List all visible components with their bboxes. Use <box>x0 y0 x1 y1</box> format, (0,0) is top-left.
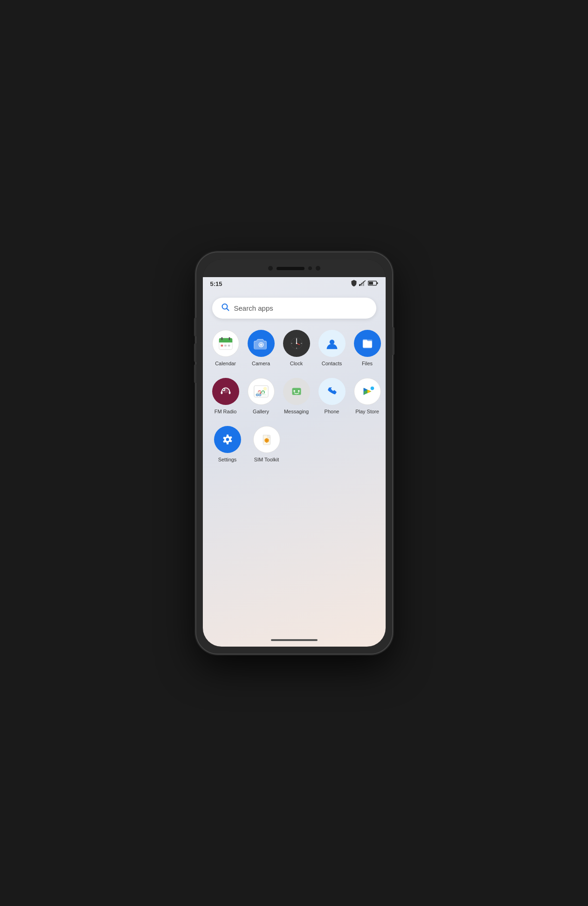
svg-point-29 <box>329 340 334 344</box>
svg-rect-13 <box>228 337 230 341</box>
app-phone[interactable]: Phone <box>318 378 346 415</box>
status-icons <box>351 280 378 288</box>
contacts-label: Contacts <box>322 361 342 367</box>
calendar-icon <box>212 330 239 357</box>
svg-point-23 <box>296 343 297 344</box>
contacts-icon <box>318 330 346 357</box>
app-row-3: Settings <box>212 426 376 463</box>
svg-rect-38 <box>228 391 230 394</box>
playstore-label: Play Store <box>355 409 379 415</box>
clock-icon <box>283 330 310 357</box>
camera-label: Camera <box>252 361 270 367</box>
svg-rect-15 <box>224 345 227 347</box>
svg-rect-37 <box>221 391 222 394</box>
svg-point-48 <box>297 390 299 392</box>
svg-rect-14 <box>221 345 223 347</box>
gallery-label: Gallery <box>253 409 269 415</box>
phone-device: 5:15 <box>196 252 392 654</box>
status-time: 5:15 <box>210 280 222 287</box>
vpn-icon <box>351 280 357 288</box>
svg-rect-5 <box>369 282 373 285</box>
battery-icon <box>368 280 378 287</box>
svg-point-51 <box>370 387 374 390</box>
svg-point-53 <box>226 438 229 441</box>
svg-point-42 <box>263 387 267 391</box>
app-row-1: Calendar Camera <box>212 330 376 367</box>
svg-rect-6 <box>377 282 378 284</box>
app-grid: Calendar Camera <box>212 330 376 463</box>
phone-label: Phone <box>325 409 339 415</box>
messaging-label: Messaging <box>284 409 309 415</box>
settings-label: Settings <box>218 457 237 463</box>
signal-icon <box>359 280 366 287</box>
front-camera-2 <box>316 266 320 271</box>
svg-text:GO: GO <box>256 393 261 397</box>
phone-top-bar <box>203 259 386 277</box>
status-bar: 5:15 <box>203 277 386 290</box>
search-icon <box>221 303 229 313</box>
gallery-icon: G O GO <box>248 378 275 405</box>
app-camera[interactable]: Camera <box>248 330 275 367</box>
app-messaging[interactable]: Messaging <box>283 378 310 415</box>
search-placeholder: Search apps <box>234 304 273 312</box>
phone-screen-wrapper: 5:15 <box>203 259 386 647</box>
app-drawer: Search apps <box>203 290 386 634</box>
messaging-icon <box>283 378 310 405</box>
front-camera <box>268 266 273 271</box>
sensor <box>308 266 312 270</box>
speaker <box>277 267 304 270</box>
app-simtoolkit[interactable]: SIM Toolkit <box>251 426 282 463</box>
svg-point-57 <box>265 439 268 442</box>
svg-rect-11 <box>219 341 232 342</box>
clock-label: Clock <box>290 361 303 367</box>
app-files[interactable]: Files <box>354 330 381 367</box>
app-settings[interactable]: Settings <box>212 426 243 463</box>
svg-rect-16 <box>228 345 230 347</box>
playstore-icon <box>354 378 381 405</box>
home-indicator <box>203 634 386 647</box>
files-icon <box>354 330 381 357</box>
phone-screen: 5:15 <box>203 277 386 647</box>
simtoolkit-icon <box>253 426 280 453</box>
svg-line-8 <box>227 309 228 311</box>
camera-icon <box>248 330 275 357</box>
calendar-label: Calendar <box>215 361 236 367</box>
app-gallery[interactable]: G O GO Gallery <box>248 378 275 415</box>
simtoolkit-label: SIM Toolkit <box>254 457 279 463</box>
phone-icon <box>318 378 346 405</box>
app-clock[interactable]: Clock <box>283 330 310 367</box>
files-label: Files <box>362 361 373 367</box>
app-fmradio[interactable]: FM Radio <box>212 378 239 415</box>
search-bar[interactable]: Search apps <box>212 298 376 319</box>
svg-point-47 <box>293 390 295 392</box>
settings-icon <box>214 426 241 453</box>
camera-area <box>268 266 320 271</box>
fmradio-icon <box>212 378 239 405</box>
app-calendar[interactable]: Calendar <box>212 330 239 367</box>
svg-point-18 <box>260 343 263 346</box>
app-playstore[interactable]: Play Store <box>354 378 381 415</box>
app-row-2: FM Radio G O <box>212 378 376 415</box>
app-contacts[interactable]: Contacts <box>318 330 346 367</box>
home-bar <box>271 639 318 641</box>
fmradio-label: FM Radio <box>214 409 237 415</box>
svg-rect-12 <box>221 337 222 341</box>
